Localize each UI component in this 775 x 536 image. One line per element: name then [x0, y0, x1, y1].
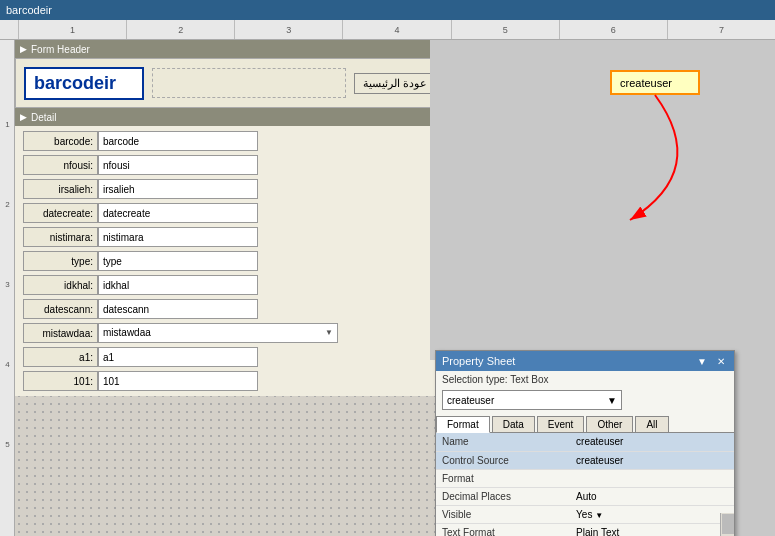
detail-arrow: ▶ — [20, 112, 27, 122]
title-text: barcodeir — [6, 4, 52, 16]
field-label-2: irsalieh: — [23, 179, 98, 199]
property-item-dropdown[interactable]: createuser ▼ — [442, 390, 622, 410]
form-header-label: Form Header — [31, 44, 90, 55]
form-row-2: irsalieh:irsalieh — [23, 178, 437, 200]
field-label-9: a1: — [23, 347, 98, 367]
scrollbar-thumb — [722, 514, 734, 534]
v-ruler-4: 4 — [0, 360, 15, 369]
ruler-mark-7: 7 — [667, 20, 775, 40]
form-area: 1 2 3 4 5 ▶ Form Header barcodeir عودة ا… — [0, 40, 775, 536]
property-selection-type: Selection type: Text Box — [436, 371, 734, 388]
property-scrollbar[interactable] — [720, 513, 734, 536]
prop-value-0: createuser — [570, 433, 734, 451]
form-rows: barcode:barcodenfousi:nfousiirsalieh:irs… — [15, 126, 445, 396]
field-input-0[interactable]: barcode — [98, 131, 258, 151]
prop-name-0: Name — [436, 433, 570, 451]
property-sheet-header: Property Sheet ▼ ✕ — [436, 351, 734, 371]
property-table: NamecreateuserControl SourcecreateuserFo… — [436, 433, 734, 536]
ruler-mark-5: 5 — [451, 20, 559, 40]
property-tab-other[interactable]: Other — [586, 416, 633, 432]
property-tab-all[interactable]: All — [635, 416, 668, 432]
createuser-label: createuser — [620, 77, 672, 89]
property-sheet-pin[interactable]: ▼ — [694, 356, 710, 367]
form-row-4: nistimara:nistimara — [23, 226, 437, 248]
arabic-button[interactable]: عودة الرئيسية — [354, 73, 436, 94]
detail-label: Detail — [31, 112, 57, 123]
prop-name-2: Format — [436, 469, 570, 487]
v-ruler-1: 1 — [0, 120, 15, 129]
ruler-mark-6: 6 — [559, 20, 667, 40]
v-ruler-3: 3 — [0, 280, 15, 289]
right-canvas: createuser — [430, 40, 775, 360]
form-canvas: ▶ Form Header barcodeir عودة الرئيسية ▶ … — [15, 40, 445, 536]
prop-value-1: createuser — [570, 451, 734, 469]
field-label-6: idkhal: — [23, 275, 98, 295]
form-header-content: barcodeir عودة الرئيسية — [15, 58, 445, 108]
ruler-mark-3: 3 — [234, 20, 342, 40]
ruler: 1234567 — [0, 20, 775, 40]
createuser-box[interactable]: createuser — [610, 70, 700, 95]
property-tabs: FormatDataEventOtherAll — [436, 416, 734, 433]
ruler-mark-2: 2 — [126, 20, 234, 40]
form-row-5: type:type — [23, 250, 437, 272]
vertical-ruler: 1 2 3 4 5 — [0, 40, 15, 536]
v-ruler-5: 5 — [0, 440, 15, 449]
form-row-1: nfousi:nfousi — [23, 154, 437, 176]
property-tab-data[interactable]: Data — [492, 416, 535, 432]
field-label-7: datescann: — [23, 299, 98, 319]
field-input-5[interactable]: type — [98, 251, 258, 271]
form-row-7: datescann:datescann — [23, 298, 437, 320]
property-sheet: Property Sheet ▼ ✕ Selection type: Text … — [435, 350, 735, 536]
field-input-4[interactable]: nistimara — [98, 227, 258, 247]
property-dropdown-row: createuser ▼ — [436, 388, 734, 412]
property-tab-event[interactable]: Event — [537, 416, 585, 432]
prop-name-5: Text Format — [436, 523, 570, 536]
form-row-10: 101:101 — [23, 370, 437, 392]
prop-value-2 — [570, 469, 734, 487]
field-input-1[interactable]: nfousi — [98, 155, 258, 175]
prop-value-3: Auto — [570, 487, 734, 505]
prop-value-4[interactable]: Yes ▼ — [570, 505, 734, 523]
prop-name-3: Decimal Places — [436, 487, 570, 505]
field-input-10[interactable]: 101 — [98, 371, 258, 391]
field-label-4: nistimara: — [23, 227, 98, 247]
v-ruler-2: 2 — [0, 200, 15, 209]
field-input-9[interactable]: a1 — [98, 347, 258, 367]
form-header-arrow: ▶ — [20, 44, 27, 54]
property-sheet-controls: ▼ ✕ — [694, 356, 728, 367]
property-sheet-title: Property Sheet — [442, 355, 515, 367]
field-label-8: mistawdaa: — [23, 323, 98, 343]
detail-section-label: ▶ Detail — [15, 108, 445, 126]
form-row-6: idkhal:idkhal — [23, 274, 437, 296]
form-title: barcodeir — [24, 67, 144, 100]
field-label-5: type: — [23, 251, 98, 271]
form-row-8: mistawdaa:mistawdaa▼ — [23, 322, 437, 344]
ruler-marks: 1234567 — [0, 20, 775, 40]
form-row-0: barcode:barcode — [23, 130, 437, 152]
property-tab-format[interactable]: Format — [436, 416, 490, 433]
field-input-2[interactable]: irsalieh — [98, 179, 258, 199]
prop-name-1: Control Source — [436, 451, 570, 469]
ruler-mark-1: 1 — [18, 20, 126, 40]
prop-name-4: Visible — [436, 505, 570, 523]
form-header-section-label: ▶ Form Header — [15, 40, 445, 58]
field-label-0: barcode: — [23, 131, 98, 151]
form-row-9: a1:a1 — [23, 346, 437, 368]
property-sheet-close[interactable]: ✕ — [714, 356, 728, 367]
field-input-7[interactable]: datescann — [98, 299, 258, 319]
title-bar: barcodeir — [0, 0, 775, 20]
field-input-3[interactable]: datecreate — [98, 203, 258, 223]
field-input-8[interactable]: mistawdaa▼ — [98, 323, 338, 343]
field-label-3: datecreate: — [23, 203, 98, 223]
field-input-6[interactable]: idkhal — [98, 275, 258, 295]
field-label-10: 101: — [23, 371, 98, 391]
property-selected-item: createuser — [447, 395, 494, 406]
ruler-mark-4: 4 — [342, 20, 450, 40]
property-dropdown-arrow[interactable]: ▼ — [607, 395, 617, 406]
form-row-3: datecreate:datecreate — [23, 202, 437, 224]
field-label-1: nfousi: — [23, 155, 98, 175]
prop-value-5: Plain Text — [570, 523, 734, 536]
